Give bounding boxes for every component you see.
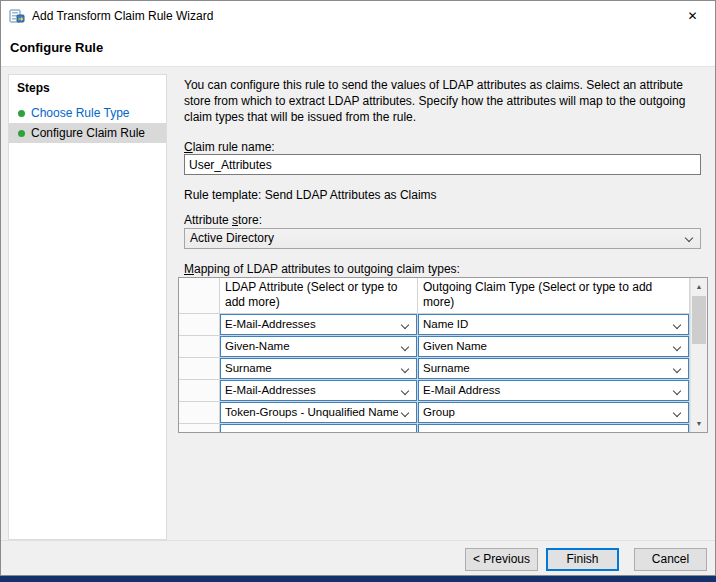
claim-rule-name-input[interactable] (184, 154, 701, 175)
chevron-down-icon (673, 410, 681, 418)
ldap-attribute-combobox[interactable]: Token-Groups - Unqualified Names (220, 402, 417, 423)
row-header[interactable] (179, 314, 220, 335)
cancel-button[interactable]: Cancel (634, 548, 707, 571)
row-header[interactable] (179, 402, 220, 423)
chevron-down-icon (685, 235, 693, 243)
step-label: Choose Rule Type (31, 106, 130, 120)
step-label: Configure Claim Rule (31, 126, 145, 140)
previous-button[interactable]: < Previous (465, 548, 538, 571)
row-header[interactable] (179, 380, 220, 401)
attribute-store-label: Attribute store: (184, 213, 262, 227)
chevron-down-icon (401, 388, 409, 396)
outgoing-claim-type-combobox[interactable]: Given Name (418, 336, 689, 357)
scroll-up-icon[interactable]: ▲ (691, 278, 707, 295)
table-row: Token-Groups - Unqualified Names Group (179, 402, 690, 424)
mapping-table: LDAP Attribute (Select or type to add mo… (178, 277, 708, 433)
mapping-label: Mapping of LDAP attributes to outgoing c… (184, 262, 460, 276)
column-header-outgoing-claim-type[interactable]: Outgoing Claim Type (Select or type to a… (418, 278, 690, 313)
finish-button[interactable]: Finish (546, 548, 619, 571)
row-header[interactable] (179, 358, 220, 379)
steps-title: Steps (9, 75, 166, 103)
claim-rule-name-label: Claim rule name: (184, 140, 275, 154)
chevron-down-icon (401, 366, 409, 374)
step-bullet-icon (18, 130, 25, 137)
ldap-attribute-combobox[interactable]: E-Mail-Addresses (220, 314, 417, 335)
chevron-down-icon (673, 388, 681, 396)
column-header-ldap-attribute[interactable]: LDAP Attribute (Select or type to add mo… (220, 278, 418, 313)
table-row: E-Mail-Addresses E-Mail Address (179, 380, 690, 402)
footer-bar: < Previous Finish Cancel (1, 540, 715, 575)
steps-sidebar: Steps Choose Rule Type Configure Claim R… (8, 74, 167, 540)
rule-template-text: Rule template: Send LDAP Attributes as C… (184, 188, 437, 202)
chevron-down-icon (401, 344, 409, 352)
chevron-down-icon (401, 322, 409, 330)
outgoing-claim-type-combobox[interactable]: Name ID (418, 314, 689, 335)
outgoing-claim-type-combobox[interactable] (418, 424, 689, 432)
vertical-scrollbar[interactable]: ▲ ▼ (690, 278, 707, 432)
row-header[interactable] (179, 336, 220, 357)
ldap-attribute-combobox[interactable]: E-Mail-Addresses (220, 380, 417, 401)
table-row: Given-Name Given Name (179, 336, 690, 358)
outgoing-claim-type-combobox[interactable]: E-Mail Address (418, 380, 689, 401)
scroll-down-icon[interactable]: ▼ (691, 415, 707, 432)
attribute-store-dropdown[interactable]: Active Directory (184, 228, 701, 249)
wizard-dialog: Add Transform Claim Rule Wizard ✕ Config… (0, 0, 716, 576)
step-bullet-icon (18, 110, 25, 117)
chevron-down-icon (673, 366, 681, 374)
rule-description: You can configure this rule to send the … (184, 77, 704, 125)
ldap-attribute-combobox[interactable]: Surname (220, 358, 417, 379)
page-header: Configure Rule (1, 31, 715, 67)
table-row-new (179, 424, 690, 432)
chevron-down-icon (673, 344, 681, 352)
title-bar: Add Transform Claim Rule Wizard ✕ (1, 1, 715, 31)
ldap-attribute-combobox[interactable]: Given-Name (220, 336, 417, 357)
page-title: Configure Rule (10, 40, 103, 55)
ldap-attribute-combobox[interactable] (220, 424, 417, 432)
chevron-down-icon (673, 322, 681, 330)
table-row: E-Mail-Addresses Name ID (179, 314, 690, 336)
mapping-table-body: LDAP Attribute (Select or type to add mo… (179, 278, 690, 432)
outgoing-claim-type-combobox[interactable]: Group (418, 402, 689, 423)
row-header[interactable] (179, 424, 220, 432)
outgoing-claim-type-combobox[interactable]: Surname (418, 358, 689, 379)
wizard-icon (9, 8, 25, 24)
table-header-row: LDAP Attribute (Select or type to add mo… (179, 278, 690, 314)
table-row: Surname Surname (179, 358, 690, 380)
scrollbar-thumb[interactable] (692, 296, 706, 344)
corner-header[interactable] (179, 278, 220, 313)
sidebar-item-choose-rule-type[interactable]: Choose Rule Type (9, 103, 166, 123)
attribute-store-value: Active Directory (190, 229, 274, 248)
chevron-down-icon (401, 410, 409, 418)
close-icon[interactable]: ✕ (670, 1, 715, 31)
sidebar-item-configure-claim-rule[interactable]: Configure Claim Rule (9, 123, 166, 143)
window-title: Add Transform Claim Rule Wizard (32, 1, 213, 31)
